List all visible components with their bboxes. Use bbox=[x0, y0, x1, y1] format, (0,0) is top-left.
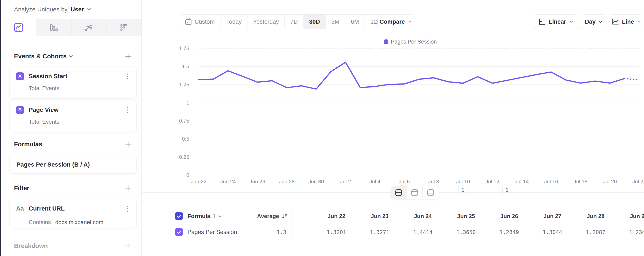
range-custom[interactable]: Custom bbox=[179, 15, 220, 29]
y-tick-label: 1.75 bbox=[170, 45, 189, 51]
events-section-header: Events & Cohorts bbox=[14, 50, 134, 62]
formula-column-label: Formula bbox=[188, 213, 210, 220]
legend-swatch bbox=[384, 39, 388, 44]
filter-value[interactable]: docs.mixpanel.com bbox=[55, 219, 104, 226]
table-date-header[interactable]: Jun 27 bbox=[544, 213, 561, 220]
chart-legend[interactable]: Pages Per Session bbox=[384, 39, 437, 45]
table-date-header[interactable]: Jun 22 bbox=[328, 213, 345, 220]
x-tick-label: Jul 20 bbox=[603, 179, 617, 185]
table-cell-value: 1.3201 bbox=[327, 229, 346, 235]
split-view-button[interactable] bbox=[391, 186, 407, 199]
check-icon bbox=[176, 230, 182, 235]
x-tick-label: Jul 18 bbox=[574, 179, 588, 185]
kebab-menu-icon[interactable] bbox=[124, 72, 131, 81]
x-tick-label: Jun 26 bbox=[250, 179, 265, 185]
tab-retention[interactable] bbox=[106, 19, 142, 36]
formula-column-index: 1 bbox=[213, 213, 216, 220]
chevron-down-icon bbox=[637, 20, 641, 23]
table-header-row: Formula 1 Average Jun 22Jun 23Jun 24Jun … bbox=[142, 208, 644, 224]
event-card-a[interactable]: A Session Start Total Events bbox=[9, 67, 137, 99]
events-section-title[interactable]: Events & Cohorts bbox=[14, 53, 66, 60]
x-tick-label: Jul 12 bbox=[486, 179, 499, 185]
table-date-header[interactable]: Jun 28 bbox=[587, 213, 604, 220]
tab-funnels[interactable] bbox=[36, 19, 72, 36]
annotation-badge[interactable]: 1 bbox=[458, 185, 468, 195]
tab-flows[interactable] bbox=[72, 19, 107, 36]
event-name[interactable]: Session Start bbox=[29, 73, 68, 80]
table-cell-value: 1.2849 bbox=[500, 229, 519, 235]
plus-icon bbox=[125, 243, 131, 249]
y-tick-label: 1.25 bbox=[170, 82, 189, 88]
interval-dropdown[interactable]: Day bbox=[581, 14, 606, 29]
chart-toolbar: CustomTodayYesterday7D30D3M6M12M Compare… bbox=[142, 14, 644, 29]
table-date-header[interactable]: Jun 25 bbox=[457, 213, 475, 220]
range-3m[interactable]: 3M bbox=[326, 15, 345, 29]
table-cell-value: 1.3271 bbox=[370, 229, 390, 235]
chevron-down-icon bbox=[86, 8, 91, 11]
y-tick-label: 0.75 bbox=[170, 118, 189, 124]
report-type-tabbar bbox=[1, 19, 142, 36]
y-tick-label: 0.5 bbox=[170, 136, 189, 142]
range-30d[interactable]: 30D bbox=[304, 15, 326, 29]
mixpanel-insights-report: Analyze Uniques by User bbox=[0, 0, 644, 256]
insights-line-chart-icon bbox=[14, 23, 24, 32]
event-metric-dropdown[interactable]: Total Events bbox=[29, 85, 60, 92]
table-data-row[interactable]: Pages Per Session 1.3 1.32011.32711.4414… bbox=[142, 224, 644, 240]
average-column-header[interactable]: Average bbox=[257, 213, 287, 220]
chart-view-button[interactable] bbox=[407, 186, 423, 199]
report-main-panel: CustomTodayYesterday7D30D3M6M12M Compare… bbox=[142, 0, 644, 256]
add-event-button[interactable] bbox=[123, 51, 133, 61]
date-range-segmented-control: CustomTodayYesterday7D30D3M6M12M bbox=[179, 14, 388, 29]
event-card-row: B Page View bbox=[16, 105, 131, 115]
range-today[interactable]: Today bbox=[220, 15, 248, 29]
formula-column-dropdown[interactable]: Formula 1 bbox=[188, 213, 222, 220]
range-6m[interactable]: 6M bbox=[345, 15, 365, 29]
add-filter-button[interactable] bbox=[123, 183, 133, 193]
add-breakdown-button[interactable] bbox=[123, 241, 133, 251]
chart-type-label: Line bbox=[622, 18, 634, 25]
breakdown-section-title: Breakdown bbox=[14, 243, 48, 250]
average-value: 1.3 bbox=[277, 229, 286, 235]
event-metric-dropdown[interactable]: Total Events bbox=[29, 119, 60, 125]
line-chart-icon bbox=[611, 18, 619, 26]
kebab-menu-icon[interactable] bbox=[124, 204, 131, 213]
tab-insights[interactable] bbox=[1, 19, 36, 36]
analyze-entity-dropdown[interactable]: User bbox=[70, 6, 84, 13]
filter-property-name[interactable]: Current URL bbox=[29, 205, 64, 212]
event-name[interactable]: Page View bbox=[29, 107, 58, 113]
x-tick-label: Jul 14 bbox=[515, 179, 529, 185]
x-tick-label: Jun 24 bbox=[220, 179, 236, 185]
table-cell-value: 1.3044 bbox=[543, 229, 562, 235]
table-date-header[interactable]: Jun 29 bbox=[630, 213, 644, 220]
x-tick-label: Jul 10 bbox=[456, 179, 470, 185]
table-date-header[interactable]: Jun 23 bbox=[371, 213, 388, 220]
filter-card[interactable]: Aa Current URL Contains docs.mixpanel.co… bbox=[9, 200, 137, 228]
table-view-icon bbox=[426, 189, 435, 197]
x-tick-label: Jun 22 bbox=[191, 179, 206, 185]
table-view-button[interactable] bbox=[423, 186, 438, 199]
select-all-checkbox[interactable] bbox=[175, 212, 183, 220]
table-date-header[interactable]: Jun 24 bbox=[414, 213, 432, 220]
retention-grid-icon bbox=[119, 23, 129, 32]
filter-operator-dropdown[interactable]: Contains bbox=[29, 219, 51, 226]
event-card-b[interactable]: B Page View Total Events bbox=[9, 100, 137, 132]
formulas-section-title: Formulas bbox=[14, 141, 42, 148]
plus-icon bbox=[125, 53, 131, 59]
compare-button[interactable]: Compare bbox=[378, 14, 414, 29]
scale-dropdown[interactable]: Linear bbox=[533, 14, 578, 29]
x-tick-label: Jul 8 bbox=[428, 179, 439, 185]
table-date-header[interactable]: Jun 26 bbox=[500, 213, 518, 220]
calendar-icon bbox=[185, 18, 192, 25]
range-yesterday[interactable]: Yesterday bbox=[248, 15, 285, 29]
add-formula-button[interactable] bbox=[123, 139, 133, 149]
row-checkbox[interactable] bbox=[175, 228, 183, 236]
formula-name[interactable]: Pages Per Session (B / A) bbox=[16, 161, 90, 168]
analyze-header: Analyze Uniques by User bbox=[1, 0, 142, 19]
x-tick-label: Jul 22 bbox=[632, 179, 644, 185]
chart-type-dropdown[interactable]: Line bbox=[609, 14, 643, 29]
x-tick-label: Jul 6 bbox=[399, 179, 410, 185]
range-7d[interactable]: 7D bbox=[285, 15, 304, 29]
formula-card[interactable]: Pages Per Session (B / A) bbox=[9, 156, 137, 173]
kebab-menu-icon[interactable] bbox=[124, 106, 131, 114]
annotation-badge[interactable]: 1 bbox=[502, 185, 512, 195]
